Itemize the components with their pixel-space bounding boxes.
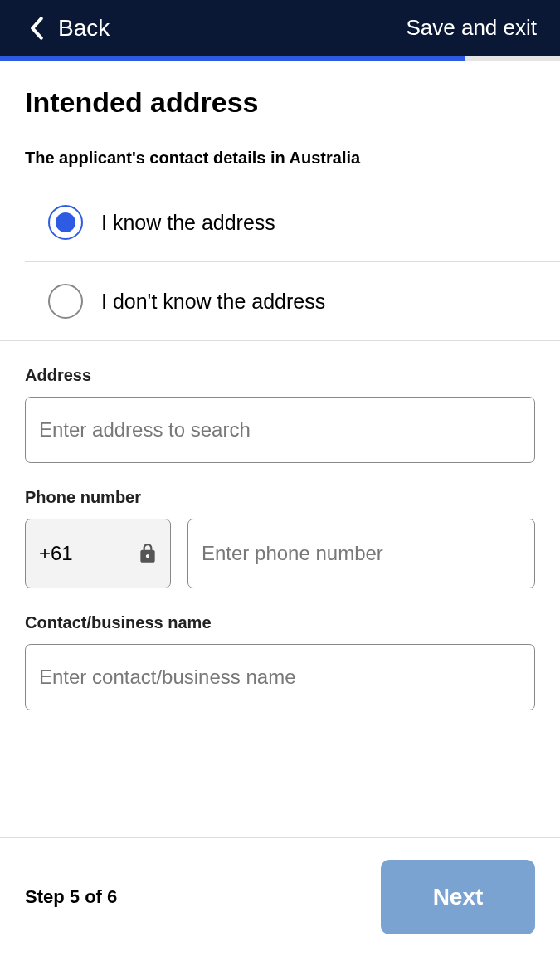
address-label: Address: [25, 366, 535, 385]
phone-row: +61: [25, 519, 535, 588]
contact-input[interactable]: [25, 644, 535, 710]
radio-indicator-selected: [48, 205, 83, 240]
progress-bar: [0, 56, 560, 61]
app-header: Back Save and exit: [0, 0, 560, 56]
phone-field-group: Phone number +61: [25, 488, 535, 588]
back-button[interactable]: Back: [28, 15, 110, 41]
next-button[interactable]: Next: [381, 860, 535, 934]
address-input[interactable]: [25, 397, 535, 463]
radio-dot: [56, 212, 75, 232]
back-label: Back: [58, 15, 110, 41]
phone-label: Phone number: [25, 488, 535, 507]
country-code-selector[interactable]: +61: [25, 519, 171, 588]
divider: [0, 340, 560, 341]
footer: Step 5 of 6 Next: [0, 837, 560, 956]
radio-indicator-unselected: [48, 284, 83, 319]
chevron-left-icon: [28, 17, 46, 40]
address-field-group: Address: [25, 366, 535, 463]
country-code-value: +61: [39, 542, 73, 565]
radio-label: I don't know the address: [101, 290, 325, 314]
page-title: Intended address: [25, 86, 535, 119]
step-indicator: Step 5 of 6: [25, 886, 117, 908]
lock-icon: [137, 543, 158, 564]
radio-option-know-address[interactable]: I know the address: [0, 183, 560, 261]
radio-label: I know the address: [101, 211, 275, 235]
save-exit-button[interactable]: Save and exit: [406, 15, 537, 41]
contact-label: Contact/business name: [25, 613, 535, 632]
contact-field-group: Contact/business name: [25, 613, 535, 710]
phone-input[interactable]: [187, 519, 535, 588]
page-subtitle: The applicant's contact details in Austr…: [25, 149, 535, 168]
radio-option-dont-know-address[interactable]: I don't know the address: [0, 262, 560, 340]
main-content: Intended address The applicant's contact…: [0, 61, 560, 837]
progress-fill: [0, 56, 465, 61]
